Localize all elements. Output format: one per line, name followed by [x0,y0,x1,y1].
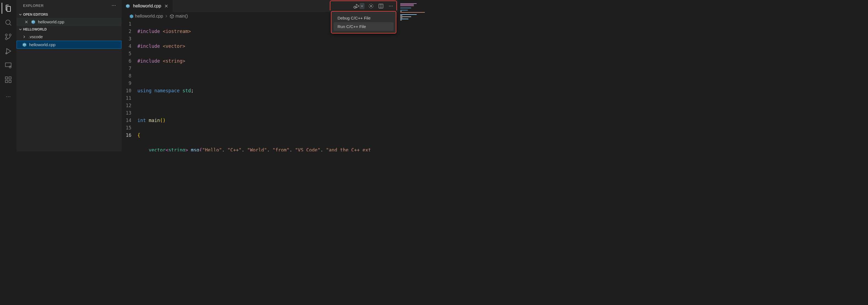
split-editor-icon[interactable] [377,2,385,10]
line-gutter: 1 2 3 4 5 6 7 8 9 10 11 12 13 14 15 16 [122,20,137,151]
folder-item-vscode[interactable]: .vscode [17,33,122,41]
tab-helloworld[interactable]: C+ helloworld.cpp [122,0,173,12]
svg-rect-10 [9,77,11,79]
source-control-activity-icon[interactable] [2,31,15,42]
tab-bar: C+ helloworld.cpp [122,0,398,12]
breadcrumb-file[interactable]: helloworld.cpp [135,14,163,19]
folder-label: HELLOWORLD [23,28,47,31]
cpp-file-icon [129,14,134,19]
explorer-sidebar: EXPLORER OPEN EDITORS C+ helloworld.cpp … [17,0,122,151]
editor-area: C+ helloworld.cpp [122,0,428,151]
chevron-right-icon [164,14,168,19]
svg-text:C+: C+ [127,5,129,7]
sidebar-more-icon[interactable] [110,2,118,9]
svg-rect-8 [5,80,8,83]
file-item-label: helloworld.cpp [29,42,56,47]
svg-point-15 [114,5,114,6]
chevron-down-icon [18,27,23,32]
run-file-option[interactable]: Run C/C++ File [334,22,394,31]
cpp-file-icon: C+ [31,20,36,25]
run-dropdown-menu: Debug C/C++ File Run C/C++ File [331,11,396,33]
close-icon[interactable] [24,20,29,24]
open-editors-label: OPEN EDITORS [23,13,48,17]
svg-point-27 [391,6,391,6]
folder-item-label: .vscode [29,34,43,39]
svg-point-12 [8,96,9,97]
remote-activity-icon[interactable] [2,60,15,71]
run-dropdown-chevron[interactable] [360,3,365,9]
editor-more-icon[interactable] [387,2,395,10]
chevron-down-icon [18,12,23,17]
folder-section[interactable]: HELLOWORLD [17,26,122,33]
svg-point-4 [6,53,7,54]
svg-text:C+: C+ [23,44,26,45]
svg-text:C+: C+ [32,21,35,23]
svg-point-2 [5,38,7,40]
svg-point-13 [10,96,10,97]
open-editors-section[interactable]: OPEN EDITORS [17,11,122,18]
chevron-right-icon [22,35,26,39]
close-icon[interactable] [164,4,169,8]
run-debug-activity-icon[interactable] [2,45,15,57]
svg-point-0 [6,20,10,25]
sidebar-title: EXPLORER [23,4,44,8]
tab-filename: helloworld.cpp [133,4,161,8]
file-item-helloworld[interactable]: C+ helloworld.cpp [17,41,122,49]
svg-marker-29 [130,14,133,18]
activity-bar [0,0,17,151]
settings-gear-icon[interactable] [367,2,375,10]
cpp-file-icon: C+ [22,42,27,47]
cpp-file-icon: C+ [125,4,130,8]
svg-point-11 [6,96,7,97]
svg-point-14 [112,5,113,6]
svg-point-28 [392,6,393,6]
code-editor[interactable]: 1 2 3 4 5 6 7 8 9 10 11 12 13 14 15 16 #… [122,20,398,151]
svg-point-6 [9,66,11,68]
svg-rect-7 [5,77,8,79]
minimap[interactable] [398,0,428,151]
code-content[interactable]: #include <iostream> #include <vector> #i… [137,20,398,151]
breadcrumb-symbol[interactable]: main() [175,14,188,19]
debug-file-option[interactable]: Debug C/C++ File [334,14,394,22]
explorer-activity-icon[interactable] [2,3,15,14]
svg-rect-9 [9,80,11,83]
svg-point-3 [5,34,7,36]
cube-icon [169,14,174,19]
svg-point-16 [115,5,116,6]
run-debug-button[interactable] [352,2,360,10]
svg-point-23 [354,6,356,8]
svg-point-1 [9,34,11,36]
more-activity-icon[interactable] [2,91,15,102]
extensions-activity-icon[interactable] [2,74,15,85]
sidebar-header: EXPLORER [17,0,122,11]
open-editor-filename: helloworld.cpp [38,20,64,24]
search-activity-icon[interactable] [2,17,15,28]
svg-point-24 [371,5,372,7]
svg-point-26 [389,6,390,6]
open-editor-item[interactable]: C+ helloworld.cpp [17,18,122,26]
